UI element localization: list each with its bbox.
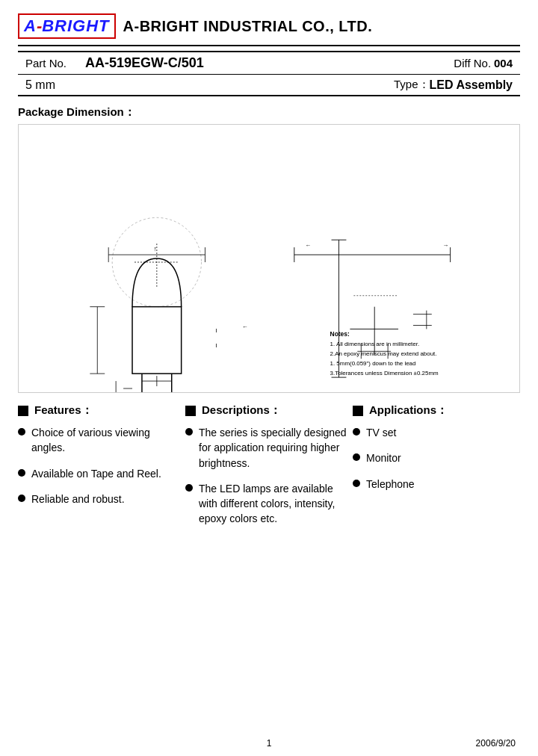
bullet-icon	[18, 495, 25, 502]
app-item-1: TV set	[353, 425, 514, 440]
diagram-area: ↑ ← ← → I I Notes: 1. All dimension	[18, 124, 520, 393]
type-label: Type：	[394, 78, 430, 92]
feature-text-2: Available on Tape and Reel.	[31, 466, 161, 481]
svg-text:→: →	[443, 242, 449, 249]
descriptions-title: Descriptions：	[202, 403, 281, 418]
diagram-svg: ↑ ← ← → I I Notes: 1. All dimension	[19, 125, 519, 392]
company-name: A-BRIGHT INDUSTRIAL CO., LTD.	[123, 18, 373, 35]
desc-text-1: The series is specially designed for app…	[199, 425, 347, 471]
applications-icon	[353, 406, 363, 416]
feature-item-3: Reliable and robust.	[18, 492, 179, 506]
footer-page: 1	[267, 738, 272, 749]
feature-item-2: Available on Tape and Reel.	[18, 466, 179, 481]
package-title: Package Dimension：	[18, 105, 520, 120]
logo-bright: BRIGHT	[42, 16, 109, 36]
desc-item-1: The series is specially designed for app…	[185, 425, 347, 471]
svg-text:1. All dimensions are in milli: 1. All dimensions are in millimeter.	[330, 341, 420, 347]
part-label: Part No.	[18, 57, 85, 69]
svg-text:2.An epoxy meniscus may extend: 2.An epoxy meniscus may extend about.	[330, 350, 437, 357]
bullet-icon	[185, 484, 193, 492]
size-type-row: 5 mm Type： LED Assembly	[18, 75, 520, 95]
part-number: AA-519EGW-C/501	[85, 55, 454, 71]
type-value: LED Assembly	[430, 78, 520, 92]
features-section: Features： Choice of various viewing angl…	[18, 403, 520, 537]
features-header: Features：	[18, 403, 179, 418]
svg-text:I: I	[215, 327, 217, 334]
part-info-table: Part No. AA-519EGW-C/501 Diff No. 004 5 …	[18, 51, 520, 96]
feature-text-3: Reliable and robust.	[31, 492, 125, 506]
header-divider	[18, 45, 520, 46]
svg-text:I: I	[215, 342, 217, 349]
part-number-row: Part No. AA-519EGW-C/501 Diff No. 004	[18, 52, 520, 75]
features-icon	[18, 406, 28, 416]
diff-number: 004	[494, 57, 520, 69]
descriptions-header: Descriptions：	[185, 403, 347, 418]
applications-column: Applications： TV set Monitor Telephone	[353, 403, 520, 537]
bullet-icon	[18, 469, 25, 477]
header: A - BRIGHT A-BRIGHT INDUSTRIAL CO., LTD.	[0, 0, 538, 45]
logo-box: A - BRIGHT	[18, 13, 116, 39]
desc-text-2: The LED lamps are available with differe…	[199, 481, 347, 527]
svg-text:←: ←	[242, 323, 248, 330]
desc-item-2: The LED lamps are available with differe…	[185, 481, 347, 527]
svg-text:1. 5mm(0.059") down to the lea: 1. 5mm(0.059") down to the lead	[330, 360, 416, 367]
applications-title: Applications：	[369, 403, 448, 418]
applications-header: Applications：	[353, 403, 514, 418]
footer-date: 2006/9/20	[476, 738, 516, 749]
bullet-icon	[353, 428, 360, 436]
size-value: 5 mm	[18, 78, 394, 92]
svg-text:↑: ↑	[154, 245, 157, 252]
descriptions-column: Descriptions： The series is specially de…	[185, 403, 353, 537]
app-text-1: TV set	[366, 425, 396, 440]
app-item-2: Monitor	[353, 450, 514, 465]
bullet-icon	[185, 428, 193, 436]
bullet-icon	[353, 480, 360, 487]
app-text-2: Monitor	[366, 450, 401, 465]
descriptions-icon	[185, 406, 196, 416]
svg-text:3.Tolerances unless Dimension : 3.Tolerances unless Dimension ±0.25mm	[330, 370, 439, 377]
feature-text-1: Choice of various viewing angles.	[31, 425, 179, 456]
app-text-3: Telephone	[366, 477, 415, 492]
logo-dash: -	[37, 16, 42, 36]
features-column: Features： Choice of various viewing angl…	[18, 403, 185, 537]
svg-text:←: ←	[306, 242, 312, 249]
feature-item-1: Choice of various viewing angles.	[18, 425, 179, 456]
diff-label: Diff No.	[454, 57, 491, 69]
bullet-icon	[353, 453, 360, 461]
features-title: Features：	[34, 403, 93, 418]
bullet-icon	[18, 428, 25, 436]
app-item-3: Telephone	[353, 477, 514, 492]
svg-text:Notes:: Notes:	[330, 330, 350, 338]
logo-a: A	[24, 16, 37, 36]
svg-rect-1	[132, 307, 182, 374]
